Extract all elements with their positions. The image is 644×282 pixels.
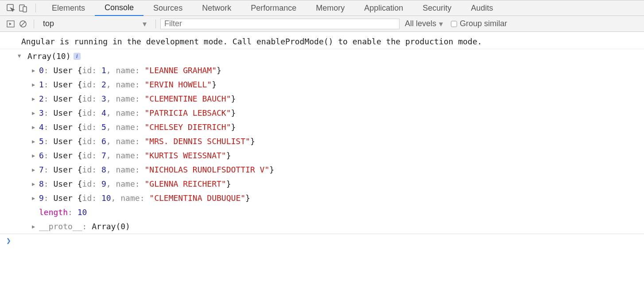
- array-item-row[interactable]: ▶8: User {id: 9, name: "GLENNA REICHERT"…: [0, 177, 644, 191]
- group-similar-toggle[interactable]: Group similar: [451, 19, 507, 28]
- tab-memory[interactable]: Memory: [306, 0, 354, 16]
- array-item-row[interactable]: ▶6: User {id: 7, name: "KURTIS WEISSNAT"…: [0, 149, 644, 163]
- array-item-row[interactable]: ▶2: User {id: 3, name: "CLEMENTINE BAUCH…: [0, 92, 644, 106]
- array-item-row[interactable]: ▶4: User {id: 5, name: "CHELSEY DIETRICH…: [0, 120, 644, 134]
- disclosure-triangle-icon[interactable]: ▶: [32, 63, 37, 78]
- disclosure-triangle-icon[interactable]: ▶: [32, 120, 37, 134]
- devtools-tab-bar: ElementsConsoleSourcesNetworkPerformance…: [0, 0, 644, 16]
- array-item-row[interactable]: ▶1: User {id: 2, name: "ERVIN HOWELL"}: [0, 78, 644, 92]
- chevron-down-icon: ▾: [439, 19, 443, 29]
- array-item-row[interactable]: ▶0: User {id: 1, name: "LEANNE GRAHAM"}: [0, 63, 644, 78]
- proto-key: __proto__: [39, 219, 82, 234]
- length-row[interactable]: length: 10: [0, 205, 644, 219]
- disclosure-triangle-icon[interactable]: ▶: [32, 191, 37, 205]
- array-item-row[interactable]: ▶7: User {id: 8, name: "NICHOLAS RUNOLFS…: [0, 163, 644, 177]
- tab-audits[interactable]: Audits: [461, 0, 503, 16]
- device-toolbar-icon[interactable]: [17, 0, 29, 16]
- array-item-row[interactable]: ▶9: User {id: 10, name: "CLEMENTINA DUBU…: [0, 191, 644, 205]
- tab-performance[interactable]: Performance: [241, 0, 306, 16]
- proto-row[interactable]: ▶__proto__: Array(0): [0, 219, 644, 234]
- info-icon[interactable]: i: [74, 53, 81, 60]
- group-similar-label: Group similar: [460, 19, 507, 28]
- length-value: 10: [78, 205, 87, 219]
- levels-label: All levels: [405, 19, 436, 28]
- log-message: Angular is running in the development mo…: [0, 35, 644, 49]
- tab-console[interactable]: Console: [95, 0, 144, 16]
- inspect-element-icon[interactable]: [4, 0, 17, 16]
- checkbox-icon[interactable]: [451, 21, 457, 27]
- array-item-row[interactable]: ▶5: User {id: 6, name: "MRS. DENNIS SCHU…: [0, 134, 644, 149]
- array-label: Array(10): [27, 49, 71, 63]
- toggle-sidebar-icon[interactable]: [4, 16, 17, 32]
- disclosure-triangle-icon[interactable]: ▶: [32, 78, 37, 92]
- context-label: top: [43, 19, 54, 28]
- disclosure-triangle-icon[interactable]: ▶: [32, 149, 37, 163]
- divider: [155, 20, 156, 28]
- svg-rect-2: [23, 7, 27, 12]
- disclosure-triangle-icon[interactable]: ▶: [32, 177, 37, 191]
- disclosure-triangle-icon[interactable]: ▶: [32, 92, 37, 106]
- disclosure-triangle-icon[interactable]: ▼: [18, 49, 23, 63]
- tab-network[interactable]: Network: [192, 0, 241, 16]
- divider: [35, 4, 36, 12]
- console-output: Angular is running in the development mo…: [0, 32, 644, 234]
- divider: [34, 20, 34, 28]
- tab-sources[interactable]: Sources: [144, 0, 192, 16]
- tab-elements[interactable]: Elements: [42, 0, 95, 16]
- proto-value: Array(0): [92, 219, 130, 234]
- disclosure-triangle-icon[interactable]: ▶: [32, 106, 37, 120]
- disclosure-triangle-icon[interactable]: ▶: [32, 219, 37, 234]
- tab-application[interactable]: Application: [354, 0, 413, 16]
- log-levels-selector[interactable]: All levels ▾: [405, 19, 443, 29]
- disclosure-triangle-icon[interactable]: ▶: [32, 163, 37, 177]
- chevron-down-icon: ▾: [143, 19, 147, 29]
- console-prompt[interactable]: ❯: [0, 234, 644, 263]
- filter-input[interactable]: [160, 19, 400, 29]
- console-toolbar: top ▾ All levels ▾ Group similar: [0, 16, 644, 32]
- array-summary-row[interactable]: ▼ Array(10) i: [0, 49, 644, 63]
- svg-line-5: [21, 22, 25, 26]
- chevron-right-icon: ❯: [6, 236, 11, 245]
- execution-context-selector[interactable]: top ▾: [39, 18, 151, 30]
- clear-console-icon[interactable]: [17, 16, 29, 32]
- array-item-row[interactable]: ▶3: User {id: 4, name: "PATRICIA LEBSACK…: [0, 106, 644, 120]
- length-key: length: [39, 205, 68, 219]
- tab-security[interactable]: Security: [413, 0, 461, 16]
- disclosure-triangle-icon[interactable]: ▶: [32, 134, 37, 149]
